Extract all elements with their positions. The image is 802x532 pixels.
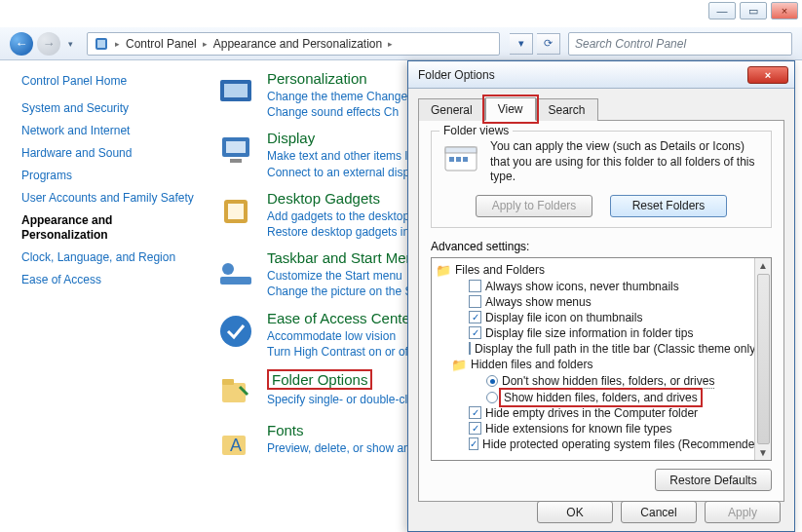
category-links[interactable]: Change the theme ChangeChange sound effe… bbox=[267, 89, 407, 120]
svg-rect-12 bbox=[222, 383, 246, 402]
breadcrumb-sep: ▸ bbox=[388, 39, 393, 49]
tree-radio-option[interactable]: Show hidden files, folders, and drives bbox=[436, 390, 752, 405]
tree-check-option[interactable]: Display the full path in the title bar (… bbox=[436, 341, 752, 357]
category-links[interactable]: Add gadgets to the desktopRestore deskto… bbox=[267, 209, 418, 240]
dialog-title: Folder Options bbox=[418, 68, 495, 82]
checkbox-icon[interactable] bbox=[469, 280, 481, 292]
apply-button[interactable]: Apply bbox=[705, 501, 781, 523]
tree-scrollbar[interactable]: ▲ ▼ bbox=[754, 258, 771, 460]
tree-check-option[interactable]: ✓Display file icon on thumbnails bbox=[436, 310, 752, 325]
category-title[interactable]: Fonts bbox=[267, 422, 416, 438]
checkbox-icon[interactable] bbox=[469, 295, 481, 308]
tree-folder[interactable]: 📁Hidden files and folders bbox=[436, 357, 752, 373]
tab-view[interactable]: View bbox=[485, 97, 536, 121]
checkbox-icon[interactable]: ✓ bbox=[469, 406, 481, 419]
search-input[interactable]: Search Control Panel bbox=[568, 32, 792, 56]
tab-general[interactable]: General bbox=[418, 98, 485, 121]
tree-check-option[interactable]: ✓Hide extensions for known file types bbox=[436, 421, 752, 437]
category-links[interactable]: Specify single- or double-clic bbox=[267, 392, 416, 407]
sidebar-home[interactable]: Control Panel Home bbox=[21, 74, 197, 88]
category-icon bbox=[214, 249, 257, 292]
svg-point-11 bbox=[220, 316, 251, 347]
history-dropdown[interactable]: ▾ bbox=[64, 39, 77, 49]
category-links[interactable]: Make text and other items laConnect to a… bbox=[267, 148, 418, 179]
category-title[interactable]: Taskbar and Start Men bbox=[267, 249, 416, 266]
minimize-button[interactable]: — bbox=[708, 2, 736, 19]
tree-check-option[interactable]: ✓Display file size information in folder… bbox=[436, 325, 752, 341]
category-links[interactable]: Customize the Start menuChange the pictu… bbox=[267, 268, 416, 299]
tree-check-option[interactable]: ✓Hide empty drives in the Computer folde… bbox=[436, 405, 752, 421]
category-title[interactable]: Personalization bbox=[267, 70, 407, 87]
checkbox-icon[interactable]: ✓ bbox=[469, 422, 481, 435]
category-links[interactable]: Preview, delete, or show and bbox=[267, 440, 416, 456]
ok-button[interactable]: OK bbox=[537, 501, 613, 523]
apply-to-folders-button[interactable]: Apply to Folders bbox=[476, 195, 592, 217]
sidebar-item[interactable]: Hardware and Sound bbox=[21, 142, 197, 165]
advanced-settings-tree[interactable]: 📁Files and FoldersAlways show icons, nev… bbox=[431, 257, 772, 461]
folder-views-icon bbox=[441, 139, 480, 178]
checkbox-icon[interactable]: ✓ bbox=[469, 437, 478, 450]
breadcrumb-2[interactable]: Appearance and Personalization bbox=[213, 37, 382, 51]
window-controls: — ▭ × bbox=[708, 2, 798, 19]
control-panel-icon bbox=[94, 36, 109, 52]
window-close-button[interactable]: × bbox=[771, 2, 798, 19]
address-dropdown-button[interactable]: ▾ bbox=[510, 33, 533, 55]
category-title[interactable]: Ease of Access Center bbox=[267, 310, 415, 326]
svg-point-10 bbox=[222, 263, 234, 275]
sidebar-item[interactable]: Ease of Access bbox=[21, 269, 197, 291]
breadcrumb-1[interactable]: Control Panel bbox=[126, 37, 197, 51]
checkbox-icon[interactable]: ✓ bbox=[469, 311, 481, 323]
svg-rect-1 bbox=[97, 40, 105, 48]
tab-panel-view: Folder views You can apply the view (suc… bbox=[418, 120, 784, 502]
back-button[interactable]: ← bbox=[10, 32, 33, 56]
restore-defaults-button[interactable]: Restore Defaults bbox=[655, 469, 772, 491]
category-title[interactable]: Display bbox=[267, 130, 418, 146]
category-icon bbox=[214, 190, 257, 233]
dialog-titlebar[interactable]: Folder Options × bbox=[408, 61, 794, 89]
breadcrumb-sep: ▸ bbox=[115, 39, 120, 49]
dialog-close-button[interactable]: × bbox=[747, 66, 788, 84]
tree-radio-option[interactable]: Don't show hidden files, folders, or dri… bbox=[436, 373, 752, 390]
category-icon bbox=[214, 130, 257, 172]
sidebar-item[interactable]: Appearance and Personalization bbox=[21, 209, 197, 247]
checkbox-icon[interactable]: ✓ bbox=[469, 326, 481, 339]
checkbox-icon[interactable] bbox=[469, 342, 471, 355]
cancel-button[interactable]: Cancel bbox=[621, 501, 697, 523]
svg-rect-13 bbox=[222, 379, 234, 385]
radio-icon[interactable] bbox=[486, 392, 498, 403]
scroll-up-icon[interactable]: ▲ bbox=[758, 260, 768, 271]
maximize-button[interactable]: ▭ bbox=[740, 2, 767, 19]
tab-search[interactable]: Search bbox=[536, 98, 598, 121]
sidebar-item[interactable]: Network and Internet bbox=[21, 120, 197, 142]
tree-check-option[interactable]: Always show icons, never thumbnails bbox=[436, 279, 752, 294]
address-actions: ▾ ⟳ bbox=[510, 33, 560, 55]
scroll-down-icon[interactable]: ▼ bbox=[758, 447, 768, 458]
sidebar-item[interactable]: Programs bbox=[21, 165, 197, 187]
svg-rect-19 bbox=[456, 157, 461, 162]
folder-icon: 📁 bbox=[451, 358, 467, 372]
category-icon bbox=[214, 369, 257, 412]
scroll-thumb[interactable] bbox=[757, 274, 770, 444]
dialog-button-row: OK Cancel Apply bbox=[408, 501, 794, 523]
address-bar[interactable]: ▸ Control Panel ▸ Appearance and Persona… bbox=[87, 32, 500, 56]
sidebar-item[interactable]: System and Security bbox=[21, 97, 197, 120]
navigation-bar: ← → ▾ ▸ Control Panel ▸ Appearance and P… bbox=[0, 27, 802, 60]
search-placeholder: Search Control Panel bbox=[575, 37, 686, 51]
forward-button[interactable]: → bbox=[37, 32, 60, 56]
svg-rect-8 bbox=[228, 204, 244, 219]
category-icon bbox=[214, 70, 257, 113]
tree-root[interactable]: 📁Files and Folders bbox=[436, 262, 752, 279]
sidebar-item[interactable]: User Accounts and Family Safety bbox=[21, 187, 197, 209]
refresh-button[interactable]: ⟳ bbox=[537, 33, 560, 55]
folder-views-text: You can apply the view (such as Details … bbox=[490, 139, 761, 185]
reset-folders-button[interactable]: Reset Folders bbox=[610, 195, 727, 217]
category-title[interactable]: Desktop Gadgets bbox=[267, 190, 418, 207]
tree-check-option[interactable]: ✓Hide protected operating system files (… bbox=[436, 437, 752, 452]
category-links[interactable]: Accommodate low visionTurn High Contrast… bbox=[267, 328, 415, 360]
radio-icon[interactable] bbox=[486, 375, 498, 387]
svg-text:A: A bbox=[230, 436, 242, 455]
tree-check-option[interactable]: Always show menus bbox=[436, 294, 752, 310]
sidebar-item[interactable]: Clock, Language, and Region bbox=[21, 247, 197, 269]
category-title[interactable]: Folder Options bbox=[267, 369, 372, 390]
tab-strip: GeneralViewSearch bbox=[408, 89, 794, 120]
